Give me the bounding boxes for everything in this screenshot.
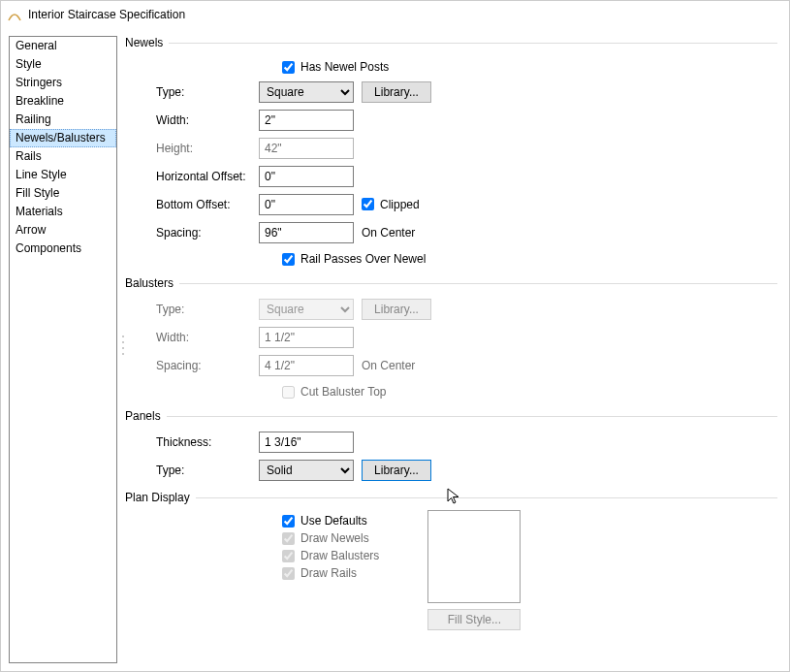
- group-panels: Panels Thickness: Type: Solid Library...: [125, 409, 777, 485]
- cut-baluster-top-checkbox: Cut Baluster Top: [282, 385, 387, 399]
- checkbox-label: Cut Baluster Top: [300, 385, 387, 399]
- divider: [179, 283, 777, 284]
- category-sidebar[interactable]: General Style Stringers Breakline Railin…: [9, 36, 117, 663]
- sidebar-item-label: Newels/Balusters: [16, 131, 106, 144]
- panel-type-combo[interactable]: Solid: [259, 460, 354, 481]
- baluster-type-library-button: Library...: [362, 299, 431, 320]
- checkbox-input: [282, 532, 295, 545]
- checkbox-label: Has Newel Posts: [300, 60, 389, 74]
- baluster-spacing-input: [259, 355, 354, 376]
- app-icon: [7, 7, 22, 22]
- sidebar-item-arrow[interactable]: Arrow: [10, 221, 116, 240]
- sidebar-item-railing[interactable]: Railing: [10, 111, 116, 129]
- newel-bottom-offset-input[interactable]: [259, 194, 354, 215]
- field-label: Type:: [125, 85, 251, 99]
- sidebar-item-breakline[interactable]: Breakline: [10, 92, 116, 111]
- panel-type-library-button[interactable]: Library...: [362, 460, 431, 481]
- field-label: Spacing:: [125, 226, 251, 240]
- dialog-window: Interior Staircase Specification General…: [0, 0, 790, 672]
- field-label: Bottom Offset:: [125, 198, 251, 211]
- checkbox-label: Use Defaults: [300, 514, 367, 528]
- checkbox-label: Rail Passes Over Newel: [300, 252, 426, 266]
- content-panel: Newels Has Newel Posts Type: Square: [125, 36, 781, 663]
- clipped-checkbox[interactable]: Clipped: [362, 198, 420, 211]
- field-label: Height:: [125, 142, 251, 155]
- group-title: Panels: [125, 409, 161, 423]
- checkbox-input: [282, 567, 295, 580]
- sidebar-item-label: Components: [16, 241, 81, 255]
- checkbox-input[interactable]: [282, 61, 295, 74]
- divider: [196, 497, 777, 498]
- sidebar-item-label: Materials: [16, 205, 63, 218]
- group-newels: Newels Has Newel Posts Type: Square: [125, 36, 777, 271]
- splitter-grip[interactable]: [120, 336, 126, 355]
- group-plan-display: Plan Display Use Defaults Draw Newels: [125, 491, 777, 630]
- sidebar-item-label: Railing: [16, 112, 51, 126]
- titlebar: Interior Staircase Specification: [1, 1, 789, 28]
- newel-type-combo[interactable]: Square: [259, 81, 354, 103]
- checkbox-label: Clipped: [380, 198, 420, 211]
- rail-passes-over-newel-checkbox[interactable]: Rail Passes Over Newel: [282, 252, 426, 266]
- newel-height-input: [259, 138, 354, 159]
- sidebar-item-label: General: [16, 39, 57, 52]
- sidebar-item-label: Fill Style: [16, 186, 59, 200]
- field-label: Width:: [125, 113, 251, 127]
- suffix-label: On Center: [362, 226, 415, 240]
- field-label: Thickness:: [125, 435, 251, 449]
- group-title: Newels: [125, 36, 163, 49]
- use-defaults-checkbox[interactable]: Use Defaults: [282, 514, 379, 528]
- sidebar-item-newels-balusters[interactable]: Newels/Balusters: [10, 129, 116, 147]
- sidebar-item-label: Breakline: [16, 94, 64, 108]
- sidebar-item-general[interactable]: General: [10, 37, 116, 55]
- newel-horizontal-offset-input[interactable]: [259, 166, 354, 187]
- sidebar-item-label: Rails: [16, 149, 42, 163]
- sidebar-item-materials[interactable]: Materials: [10, 203, 116, 221]
- checkbox-input: [282, 386, 295, 399]
- field-label: Spacing:: [125, 359, 251, 372]
- sidebar-item-fill-style[interactable]: Fill Style: [10, 184, 116, 203]
- baluster-type-combo: Square: [259, 299, 354, 320]
- sidebar-item-style[interactable]: Style: [10, 55, 116, 74]
- draw-balusters-checkbox: Draw Balusters: [282, 549, 379, 562]
- sidebar-item-label: Arrow: [16, 223, 46, 237]
- checkbox-label: Draw Rails: [300, 566, 357, 580]
- newel-width-input[interactable]: [259, 110, 354, 131]
- divider: [167, 416, 777, 417]
- group-title: Plan Display: [125, 491, 190, 504]
- checkbox-input[interactable]: [282, 253, 295, 266]
- panel-thickness-input[interactable]: [259, 432, 354, 453]
- checkbox-label: Draw Balusters: [300, 549, 379, 562]
- newel-spacing-input[interactable]: [259, 222, 354, 243]
- fill-style-button: Fill Style...: [427, 609, 521, 630]
- field-label: Width:: [125, 331, 251, 344]
- group-title: Balusters: [125, 276, 174, 290]
- plan-preview: [427, 510, 521, 603]
- dialog-body: General Style Stringers Breakline Railin…: [1, 28, 789, 671]
- checkbox-input: [282, 550, 295, 562]
- checkbox-input[interactable]: [282, 515, 295, 528]
- newel-type-library-button[interactable]: Library...: [362, 81, 431, 103]
- sidebar-item-components[interactable]: Components: [10, 240, 116, 258]
- group-balusters: Balusters Type: Square Library... Width:: [125, 276, 777, 403]
- sidebar-item-rails[interactable]: Rails: [10, 147, 116, 166]
- field-label: Type:: [125, 303, 251, 316]
- sidebar-item-label: Line Style: [16, 168, 67, 181]
- sidebar-item-line-style[interactable]: Line Style: [10, 166, 116, 184]
- sidebar-item-stringers[interactable]: Stringers: [10, 74, 116, 92]
- window-title: Interior Staircase Specification: [28, 8, 185, 21]
- checkbox-label: Draw Newels: [300, 531, 369, 545]
- draw-newels-checkbox: Draw Newels: [282, 531, 379, 545]
- field-label: Type:: [125, 464, 251, 477]
- sidebar-item-label: Stringers: [16, 76, 62, 89]
- draw-rails-checkbox: Draw Rails: [282, 566, 379, 580]
- baluster-width-input: [259, 327, 354, 348]
- sidebar-item-label: Style: [16, 57, 42, 71]
- field-label: Horizontal Offset:: [125, 170, 251, 183]
- suffix-label: On Center: [362, 359, 415, 372]
- has-newel-posts-checkbox[interactable]: Has Newel Posts: [282, 60, 389, 74]
- divider: [169, 43, 777, 44]
- checkbox-input[interactable]: [362, 198, 374, 210]
